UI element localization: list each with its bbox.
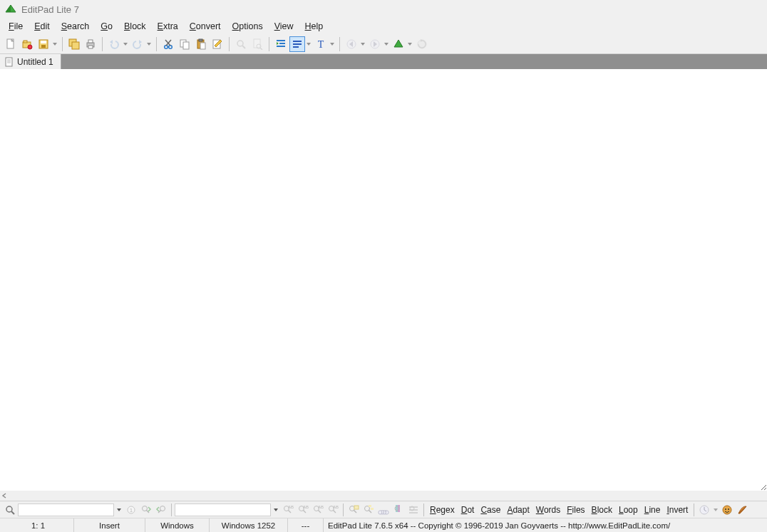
menu-block[interactable]: Block — [118, 20, 152, 33]
dropdown-icon[interactable] — [305, 36, 312, 52]
dropdown-icon[interactable] — [272, 503, 280, 517]
dropdown-icon[interactable] — [383, 36, 390, 52]
search-option-words[interactable]: Words — [533, 504, 563, 516]
mascot-face-icon[interactable] — [720, 503, 734, 517]
search-option-invert[interactable]: Invert — [664, 504, 691, 516]
search-option-adapt[interactable]: Adapt — [504, 504, 532, 516]
cut-icon[interactable] — [160, 36, 176, 52]
paste-icon[interactable] — [193, 36, 209, 52]
tab-label: Untitled 1 — [17, 57, 53, 67]
dropdown-icon[interactable] — [122, 36, 129, 52]
menu-convert[interactable]: Convert — [184, 20, 227, 33]
replace-input[interactable] — [175, 504, 271, 516]
count-icon[interactable]: 123 — [376, 503, 391, 517]
search-option-line[interactable]: Line — [642, 504, 664, 516]
menu-edit[interactable]: Edit — [29, 20, 56, 33]
nav-back-icon[interactable] — [344, 36, 359, 52]
tab-untitled-1[interactable]: Untitled 1 — [0, 54, 61, 69]
dropdown-icon[interactable] — [359, 36, 366, 52]
replace-rest-icon[interactable]: AB — [311, 503, 325, 517]
status-position[interactable]: 1: 1 — [3, 518, 74, 532]
main-toolbar: T — [0, 34, 767, 54]
dropdown-icon[interactable] — [145, 36, 153, 52]
svg-line-23 — [242, 46, 245, 48]
svg-point-22 — [237, 41, 243, 46]
svg-line-15 — [165, 40, 170, 46]
search-separator — [343, 504, 344, 516]
menu-extra[interactable]: Extra — [152, 20, 184, 33]
svg-text:AB: AB — [318, 505, 324, 509]
menu-search[interactable]: Search — [56, 20, 96, 33]
menu-options[interactable]: Options — [227, 20, 269, 33]
menu-view[interactable]: View — [269, 20, 299, 33]
search-option-block[interactable]: Block — [589, 504, 615, 516]
document-icon — [4, 57, 14, 67]
svg-line-59 — [333, 510, 336, 513]
search-option-case[interactable]: Case — [478, 504, 503, 516]
highlight-all-icon[interactable] — [361, 503, 376, 517]
dropdown-icon[interactable] — [712, 503, 719, 517]
find-next-icon[interactable] — [139, 503, 153, 517]
menu-file[interactable]: File — [3, 20, 29, 33]
svg-line-53 — [303, 510, 306, 513]
svg-rect-66 — [369, 505, 371, 507]
titlebar: EditPad Lite 7 — [0, 0, 767, 19]
wordwrap-icon[interactable] — [289, 36, 305, 52]
svg-rect-19 — [199, 39, 202, 41]
menu-help[interactable]: Help — [299, 20, 329, 33]
print-icon[interactable] — [83, 36, 98, 52]
reload-icon[interactable] — [414, 36, 430, 52]
search-option-regex[interactable]: Regex — [427, 504, 458, 516]
dropdown-icon[interactable] — [115, 503, 123, 517]
toolbar-separator — [62, 37, 63, 51]
menu-go[interactable]: Go — [95, 20, 118, 33]
undo-icon[interactable] — [106, 36, 122, 52]
svg-rect-2 — [24, 41, 27, 43]
font-icon[interactable]: T — [313, 36, 329, 52]
editor-area[interactable] — [0, 69, 767, 491]
web-icon[interactable] — [391, 36, 406, 52]
search-input[interactable] — [18, 504, 114, 516]
nav-forward-icon[interactable] — [367, 36, 383, 52]
replace-all-icon[interactable]: AB — [296, 503, 310, 517]
find-doc-icon[interactable] — [249, 36, 265, 52]
status-linebreak[interactable]: --- — [288, 518, 324, 532]
status-encoding[interactable]: Windows 1252 — [210, 518, 288, 532]
dropdown-icon[interactable] — [406, 36, 413, 52]
new-file-icon[interactable] — [3, 36, 19, 52]
indent-icon[interactable] — [273, 36, 289, 52]
save-file-icon[interactable] — [36, 36, 51, 52]
replace-icon[interactable]: AB — [281, 503, 295, 517]
list-icon[interactable] — [406, 503, 421, 517]
zoom-icon[interactable] — [233, 36, 249, 52]
search-icon[interactable] — [3, 503, 17, 517]
save-all-icon[interactable] — [66, 36, 82, 52]
search-option-dot[interactable]: Dot — [458, 504, 478, 516]
svg-rect-10 — [88, 40, 93, 43]
hscroll-hint[interactable] — [0, 491, 767, 501]
dropdown-icon[interactable] — [51, 36, 58, 52]
regex-tester-icon[interactable]: 1 — [124, 503, 138, 517]
status-mode[interactable]: Insert — [74, 518, 145, 532]
find-prev-icon[interactable] — [154, 503, 168, 517]
svg-point-82 — [728, 508, 729, 510]
svg-point-41 — [6, 506, 12, 512]
highlight-icon[interactable] — [346, 503, 361, 517]
redo-icon[interactable] — [130, 36, 145, 52]
edit-icon[interactable] — [210, 36, 225, 52]
svg-text:123: 123 — [381, 510, 387, 514]
history-icon[interactable] — [697, 503, 711, 517]
svg-rect-67 — [371, 508, 374, 510]
status-os[interactable]: Windows — [145, 518, 210, 532]
dropdown-icon[interactable] — [329, 36, 336, 52]
feather-icon[interactable] — [735, 503, 749, 517]
search-toolbar: 1ABABABAB123RegexDotCaseAdaptWordsFilesB… — [0, 501, 767, 518]
replace-back-icon[interactable]: AB — [326, 503, 340, 517]
toolbar-separator — [102, 37, 103, 51]
svg-rect-70 — [396, 505, 398, 512]
search-option-files[interactable]: Files — [564, 504, 587, 516]
copy-icon[interactable] — [177, 36, 192, 52]
search-option-loop[interactable]: Loop — [616, 504, 641, 516]
open-file-icon[interactable] — [19, 36, 35, 52]
bookmark-icon[interactable] — [391, 503, 406, 517]
